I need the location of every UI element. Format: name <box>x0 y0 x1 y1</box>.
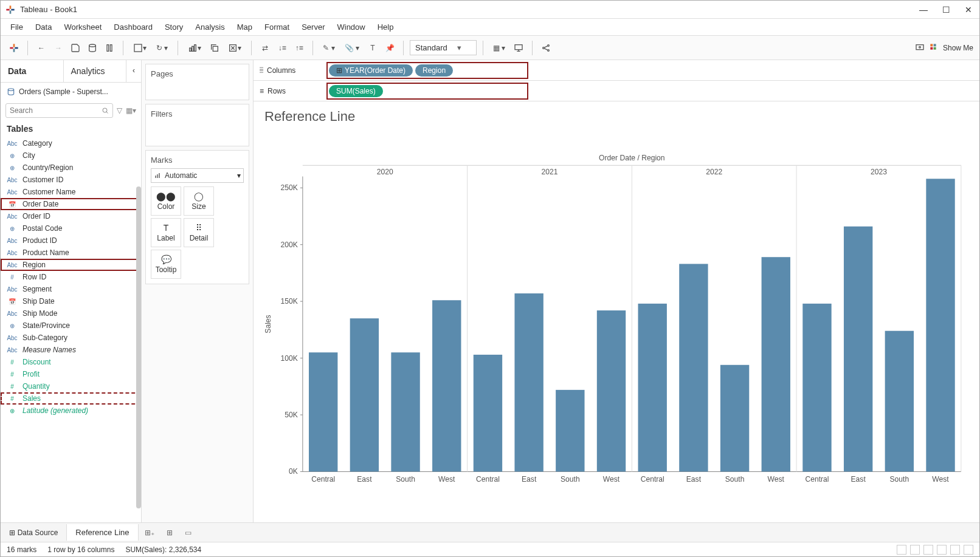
field-row-id[interactable]: #Row ID <box>1 271 141 283</box>
new-worksheet-button[interactable]: ▾ <box>129 41 150 55</box>
back-button[interactable]: ← <box>34 41 49 55</box>
swap-button[interactable]: ⇄ <box>258 41 272 55</box>
marks-type-select[interactable]: Automatic ▾ <box>151 168 244 183</box>
bar-chart[interactable]: Order Date / Region0K50K100K150K200K250K… <box>260 132 967 516</box>
menu-file[interactable]: File <box>4 20 29 34</box>
menu-story[interactable]: Story <box>159 20 189 34</box>
duplicate-button[interactable] <box>207 41 222 55</box>
new-sheet-button[interactable]: ▾ <box>184 41 205 55</box>
field-order-id[interactable]: AbcOrder ID <box>1 210 141 222</box>
field-measure-names[interactable]: AbcMeasure Names <box>1 344 141 356</box>
pin-button[interactable]: 📌 <box>382 41 397 55</box>
field-customer-id[interactable]: AbcCustomer ID <box>1 174 141 186</box>
field-country-region[interactable]: ⊕Country/Region <box>1 162 141 174</box>
nav-next-icon[interactable] <box>923 545 933 555</box>
sort-desc-button[interactable]: ↑≡ <box>292 41 306 55</box>
field-customer-name[interactable]: AbcCustomer Name <box>1 186 141 198</box>
viz-title[interactable]: Reference Line <box>254 101 979 132</box>
group-button[interactable]: 📎 ▾ <box>341 41 363 55</box>
menu-help[interactable]: Help <box>371 20 400 34</box>
fit-select[interactable]: Standard <box>410 40 477 55</box>
field-ship-mode[interactable]: AbcShip Mode <box>1 307 141 320</box>
svg-rect-11 <box>134 44 142 52</box>
share-button[interactable] <box>539 41 553 55</box>
highlight-button[interactable]: ✎ ▾ <box>319 41 338 55</box>
field-postal-code[interactable]: ⊕Postal Code <box>1 222 141 234</box>
menu-window[interactable]: Window <box>331 20 371 34</box>
new-dashboard-tab-button[interactable]: ⊞ <box>160 525 179 541</box>
menu-server[interactable]: Server <box>295 20 331 34</box>
mark-label-button[interactable]: TLabel <box>151 218 181 247</box>
refresh-button[interactable]: ↻ ▾ <box>153 41 171 55</box>
window-maximize-button[interactable]: ☐ <box>942 5 950 15</box>
mark-color-button[interactable]: ⬤⬤Color <box>151 186 181 216</box>
field-sub-category[interactable]: AbcSub-Category <box>1 332 141 344</box>
field-state-province[interactable]: ⊕State/Province <box>1 320 141 332</box>
view-full-icon[interactable] <box>964 545 973 555</box>
view-grid-icon[interactable] <box>950 545 960 555</box>
pill-region[interactable]: Region <box>415 64 453 77</box>
field-product-id[interactable]: AbcProduct ID <box>1 234 141 247</box>
field-city[interactable]: ⊕City <box>1 149 141 162</box>
clear-button[interactable]: ▾ <box>224 41 245 55</box>
search-input[interactable] <box>5 103 113 118</box>
pause-updates-button[interactable] <box>102 41 117 55</box>
scrollbar-thumb[interactable] <box>136 186 141 508</box>
svg-text:East: East <box>686 475 702 484</box>
field-category[interactable]: AbcCategory <box>1 137 141 149</box>
rows-shelf[interactable]: ≡Rows SUM(Sales) <box>254 81 979 101</box>
new-story-tab-button[interactable]: ▭ <box>179 525 198 541</box>
sort-asc-button[interactable]: ↓≡ <box>275 41 289 55</box>
guide-me-button[interactable] <box>913 41 927 55</box>
menu-data[interactable]: Data <box>29 20 58 34</box>
nav-last-icon[interactable] <box>937 545 947 555</box>
window-minimize-button[interactable]: — <box>919 5 928 15</box>
show-cards-button[interactable]: ▦ ▾ <box>489 41 509 55</box>
filter-icon[interactable]: ▽ <box>117 106 122 115</box>
save-button[interactable] <box>68 41 83 55</box>
field-segment[interactable]: AbcSegment <box>1 283 141 295</box>
menu-dashboard[interactable]: Dashboard <box>108 20 159 34</box>
field-quantity[interactable]: #Quantity <box>1 380 141 392</box>
tab-analytics[interactable]: Analytics <box>64 60 127 82</box>
new-worksheet-tab-button[interactable]: ⊞₊ <box>139 525 160 541</box>
field-ship-date[interactable]: 📅Ship Date <box>1 295 141 307</box>
field-sales[interactable]: #Sales <box>1 392 141 405</box>
field-order-date[interactable]: 📅Order Date <box>1 198 141 210</box>
pill-year-order-date-[interactable]: ⊞YEAR(Order Date) <box>329 64 413 77</box>
field-region[interactable]: AbcRegion <box>1 259 141 271</box>
field-product-name[interactable]: AbcProduct Name <box>1 247 141 259</box>
nav-first-icon[interactable] <box>897 545 906 555</box>
new-datasource-button[interactable] <box>85 41 100 55</box>
collapse-pane-button[interactable]: ‹ <box>126 60 141 82</box>
tab-data-source[interactable]: ⊞ Data Source <box>1 524 67 541</box>
window-close-button[interactable]: ✕ <box>965 5 972 15</box>
datasource-item[interactable]: Orders (Sample - Superst... <box>1 83 141 101</box>
svg-rect-79 <box>802 304 831 472</box>
columns-shelf[interactable]: ⦙⦙⦙Columns ⊞YEAR(Order Date)Region <box>254 60 979 81</box>
menu-map[interactable]: Map <box>231 20 258 34</box>
field-profit[interactable]: #Profit <box>1 368 141 380</box>
pages-card[interactable]: Pages <box>145 64 249 100</box>
nav-prev-icon[interactable] <box>910 545 920 555</box>
svg-rect-83 <box>885 331 914 472</box>
labels-button[interactable]: T <box>365 41 380 55</box>
pill-sum-sales-[interactable]: SUM(Sales) <box>329 85 383 97</box>
menu-format[interactable]: Format <box>258 20 295 34</box>
tab-sheet-1[interactable]: Reference Line <box>67 524 138 541</box>
mark-size-button[interactable]: ◯Size <box>184 186 214 216</box>
show-me-button[interactable]: Show Me <box>930 43 973 53</box>
svg-point-19 <box>548 44 550 46</box>
field-latitude-generated-[interactable]: ⊕Latitude (generated) <box>1 405 141 417</box>
svg-rect-63 <box>556 390 584 472</box>
mark-detail-button[interactable]: ⠿Detail <box>184 218 214 247</box>
field-discount[interactable]: #Discount <box>1 356 141 368</box>
menu-worksheet[interactable]: Worksheet <box>58 20 108 34</box>
view-options-icon[interactable]: ▦▾ <box>126 106 136 115</box>
presentation-button[interactable] <box>511 41 526 55</box>
mark-tooltip-button[interactable]: 💬Tooltip <box>151 250 181 279</box>
forward-button[interactable]: → <box>51 41 66 55</box>
menu-analysis[interactable]: Analysis <box>189 20 230 34</box>
filters-card[interactable]: Filters <box>145 104 249 146</box>
tab-data[interactable]: Data <box>1 60 64 82</box>
